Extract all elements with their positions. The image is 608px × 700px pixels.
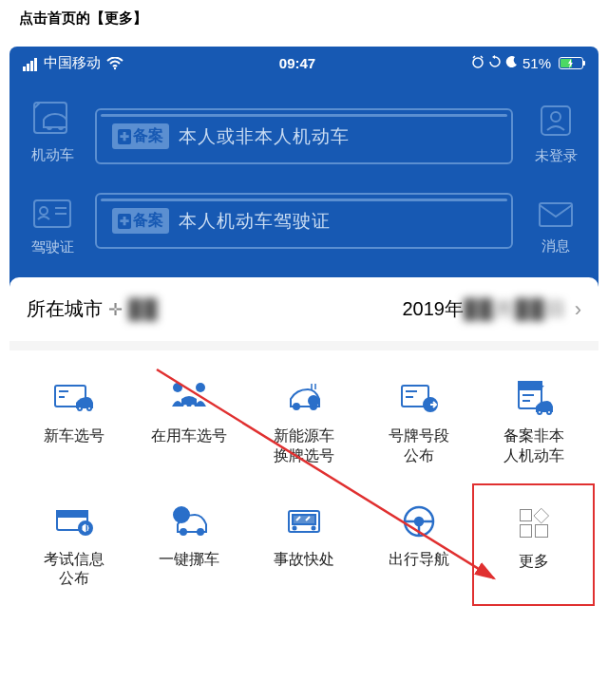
svg-point-14 — [183, 405, 187, 408]
grid-item-used-plate[interactable]: 在用车选号 — [132, 379, 247, 466]
svg-point-25 — [538, 410, 542, 414]
card-sound-icon — [51, 502, 97, 540]
date-rest: ██月██日 — [464, 296, 567, 322]
hero-section: 机动车 驾驶证 备案 本人或非本人机动车 备案 本人机动车驾驶证 未登录 — [10, 80, 598, 296]
divider — [10, 341, 598, 350]
svg-point-1 — [473, 58, 483, 67]
more-icon — [511, 504, 557, 542]
svg-text:换: 换 — [310, 398, 316, 405]
moon-icon — [505, 55, 519, 71]
city-value: ██ — [128, 298, 159, 320]
svg-point-39 — [415, 518, 423, 525]
svg-text:挪: 挪 — [178, 511, 186, 520]
people-car-icon — [166, 379, 212, 417]
grid-item-new-plate[interactable]: 新车选号 — [17, 379, 132, 466]
login-label: 未登录 — [535, 147, 578, 165]
vehicle-label: 机动车 — [31, 146, 74, 164]
license-label: 驾驶证 — [31, 238, 74, 256]
grid-label: 事故快处 — [274, 550, 334, 570]
phone-frame: 中国移动 09:47 51% — [10, 47, 598, 627]
ev-car-icon: 换 — [281, 379, 327, 417]
svg-point-36 — [293, 526, 295, 529]
battery-pct: 51% — [522, 55, 551, 71]
grid-item-register-other[interactable]: 备 备案非本 人机动车 — [476, 379, 591, 466]
svg-point-37 — [312, 526, 314, 529]
instruction-text: 点击首页的【更多】 — [0, 0, 608, 37]
battery-icon — [555, 57, 585, 69]
svg-point-11 — [87, 407, 91, 410]
register-license-banner[interactable]: 备案 本人机动车驾驶证 — [95, 193, 513, 249]
svg-point-16 — [294, 404, 299, 409]
svg-point-0 — [114, 66, 116, 68]
svg-point-4 — [40, 207, 48, 215]
grid-item-plate-publish[interactable]: 号牌号段 公布 — [361, 379, 476, 466]
grid-item-navigation[interactable]: 出行导航 — [361, 502, 476, 590]
alarm-icon — [471, 55, 484, 71]
chevron-right-icon: › — [575, 297, 581, 322]
grid-label: 在用车选号 — [151, 426, 227, 446]
services-grid: 新车选号 在用车选号 换 新能源车 换牌选号 号牌号段 公布 备 备案非本 人机… — [10, 350, 598, 627]
status-time: 09:47 — [279, 55, 315, 71]
vehicle-button[interactable]: 机动车 — [30, 101, 74, 164]
grid-label: 更多 — [519, 552, 549, 572]
register-vehicle-banner[interactable]: 备案 本人或非本人机动车 — [95, 108, 513, 164]
announce-icon — [396, 379, 442, 417]
banner-text: 本人机动车驾驶证 — [179, 209, 331, 234]
grid-label: 备案非本 人机动车 — [504, 426, 564, 466]
grid-label: 出行导航 — [389, 550, 449, 570]
svg-point-6 — [551, 112, 560, 122]
svg-rect-7 — [540, 203, 572, 226]
svg-rect-28 — [57, 511, 87, 517]
city-bar[interactable]: 所在城市 ✛ ██ 2019年 ██月██日 › — [10, 277, 598, 341]
locate-icon: ✛ — [108, 299, 123, 320]
plate-icon — [51, 379, 97, 417]
grid-item-more[interactable]: 更多 — [472, 483, 595, 607]
move-car-icon: 挪 — [166, 502, 212, 540]
steering-icon — [396, 502, 442, 540]
svg-text:备: 备 — [536, 383, 542, 389]
grid-label: 考试信息 公布 — [44, 550, 104, 590]
login-button[interactable]: 未登录 — [535, 102, 578, 165]
badge-icon: 备案 — [112, 208, 169, 234]
grid-label: 号牌号段 公布 — [389, 426, 449, 466]
svg-point-31 — [198, 529, 203, 535]
sync-icon — [488, 55, 502, 71]
city-label: 所在城市 — [27, 296, 103, 322]
svg-point-10 — [78, 407, 82, 410]
svg-point-13 — [196, 383, 205, 392]
doc-car-icon: 备 — [511, 379, 557, 417]
grid-item-ev-plate[interactable]: 换 新能源车 换牌选号 — [247, 379, 362, 466]
carrier-label: 中国移动 — [44, 54, 101, 72]
accident-icon — [281, 502, 327, 540]
badge-icon: 备案 — [112, 123, 169, 149]
status-bar: 中国移动 09:47 51% — [10, 47, 598, 80]
message-button[interactable]: 消息 — [536, 199, 576, 255]
wifi-icon — [106, 57, 124, 70]
svg-point-30 — [180, 529, 186, 535]
svg-point-12 — [173, 383, 182, 392]
banner-text: 本人或非本人机动车 — [179, 124, 350, 149]
license-button[interactable]: 驾驶证 — [30, 197, 74, 256]
date-prefix: 2019年 — [402, 296, 464, 322]
svg-point-26 — [547, 410, 551, 414]
grid-label: 新能源车 换牌选号 — [274, 426, 334, 466]
svg-point-15 — [191, 405, 195, 408]
grid-item-exam-info[interactable]: 考试信息 公布 — [17, 502, 132, 590]
grid-item-move-car[interactable]: 挪 一键挪车 — [132, 502, 247, 590]
grid-item-accident[interactable]: 事故快处 — [247, 502, 362, 590]
grid-label: 新车选号 — [44, 426, 104, 446]
signal-icon — [23, 55, 38, 71]
message-label: 消息 — [542, 237, 570, 255]
grid-label: 一键挪车 — [159, 550, 219, 570]
